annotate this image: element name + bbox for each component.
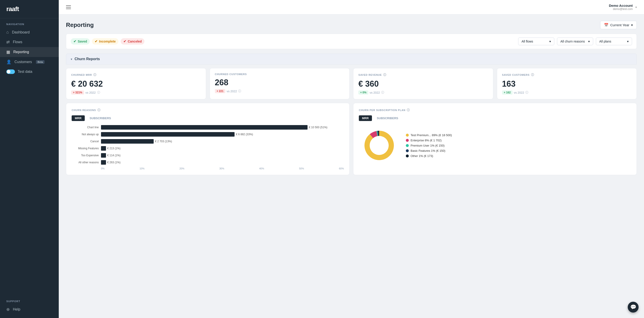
churn-reasons-chart-card: CHURN REASONS ⓘ MRR SUBSCRIBERS Chart li… bbox=[66, 103, 350, 175]
flows-dropdown-chevron: ▾ bbox=[549, 40, 551, 43]
churn-per-plan-tab-subscribers[interactable]: SUBSCRIBERS bbox=[374, 115, 402, 121]
churned-customers-change-badge: + 221 bbox=[215, 89, 225, 93]
account-chevron-icon: ▾ bbox=[636, 6, 637, 9]
chat-icon: 💬 bbox=[630, 304, 636, 310]
bar-chart: Chart line€ 10 500 (51%)Not always up€ 6… bbox=[72, 125, 344, 165]
churn-per-plan-tab-mrr[interactable]: MRR bbox=[359, 115, 372, 121]
churned-customers-vs-text: vs 2022 bbox=[227, 90, 237, 93]
date-filter-label: Current Year bbox=[610, 23, 629, 27]
main-content: Demo Account demo@test.com ▾ Reporting 📅… bbox=[59, 0, 644, 318]
badge-incomplete-check-icon: ✔ bbox=[95, 39, 98, 44]
account-name: Demo Account bbox=[609, 4, 633, 8]
badge-incomplete[interactable]: ✔ Incomplete bbox=[92, 38, 118, 45]
stat-change-saved-revenue: + 0% vs 2022 ⓘ bbox=[358, 91, 488, 95]
bar-row: All other reasons€ 263 (1%) bbox=[72, 160, 344, 165]
donut-container: Test Premium... 89% (€ 18 500)Enterprise… bbox=[359, 125, 631, 166]
flows-dropdown[interactable]: All flows ▾ bbox=[518, 38, 554, 45]
bar-fill bbox=[101, 125, 308, 130]
bar-fill bbox=[101, 153, 106, 158]
churn-per-plan-info-icon[interactable]: ⓘ bbox=[407, 108, 410, 112]
sidebar-item-customers[interactable]: 👤 Customers Beta bbox=[0, 57, 59, 67]
axis-label: 50% bbox=[299, 167, 304, 170]
churn-reasons-tab-subscribers[interactable]: SUBSCRIBERS bbox=[86, 115, 114, 121]
legend-text: Basic Features 1% (€ 150) bbox=[410, 149, 446, 152]
sidebar-item-help[interactable]: ⊕ Help bbox=[0, 304, 59, 314]
stat-change-churned-mrr: + 321% vs 2022 ⓘ bbox=[71, 91, 201, 95]
page-content: Reporting 📅 Current Year ▾ ✔ Saved ✔ Inc… bbox=[59, 15, 644, 318]
test-data-toggle-row: Test data bbox=[0, 67, 59, 77]
badge-saved[interactable]: ✔ Saved bbox=[71, 38, 90, 45]
churned-mrr-vs-info-icon[interactable]: ⓘ bbox=[97, 91, 100, 95]
bar-fill bbox=[101, 139, 154, 144]
sidebar-item-label-reporting: Reporting bbox=[13, 50, 29, 54]
hamburger-line-2 bbox=[66, 7, 71, 8]
date-filter-button[interactable]: 📅 Current Year ▾ bbox=[600, 21, 637, 29]
bar-row: Cancel€ 2 703 (13%) bbox=[72, 139, 344, 144]
bar-value: € 213 (1%) bbox=[107, 147, 121, 150]
churned-mrr-change-badge: + 321% bbox=[71, 91, 84, 95]
sidebar-item-label-customers: Customers bbox=[14, 60, 32, 64]
beta-badge: Beta bbox=[36, 60, 44, 64]
header-left bbox=[66, 6, 71, 9]
axis-label: 60% bbox=[339, 167, 344, 170]
support-section: SUPPORT ⊕ Help bbox=[0, 295, 59, 318]
bar-value: € 114 (1%) bbox=[107, 154, 121, 157]
reporting-icon: ▦ bbox=[6, 50, 10, 55]
account-menu[interactable]: Demo Account demo@test.com ▾ bbox=[609, 4, 637, 11]
test-data-toggle[interactable] bbox=[6, 70, 15, 74]
stat-card-churned-mrr: CHURNED MRR ⓘ € 20 632 + 321% vs 2022 ⓘ bbox=[66, 68, 206, 99]
logo-text: raaft bbox=[6, 6, 52, 13]
bar-label: Missing Features bbox=[72, 147, 101, 150]
sidebar-item-flows[interactable]: ⇄ Flows bbox=[0, 37, 59, 47]
chat-button[interactable]: 💬 bbox=[628, 302, 638, 312]
stat-label-saved-revenue: SAVED REVENUE ⓘ bbox=[358, 73, 488, 77]
churn-reasons-tab-mrr[interactable]: MRR bbox=[72, 115, 85, 121]
hamburger-line-1 bbox=[66, 6, 71, 6]
bar-track: € 114 (1%) bbox=[101, 153, 344, 158]
charts-row: CHURN REASONS ⓘ MRR SUBSCRIBERS Chart li… bbox=[66, 103, 637, 175]
stat-value-saved-revenue: € 360 bbox=[358, 79, 488, 89]
churn-reasons-dropdown[interactable]: All churn reasons ▾ bbox=[557, 38, 593, 45]
saved-customers-info-icon[interactable]: ⓘ bbox=[531, 73, 534, 77]
stat-change-churned-customers: + 221 vs 2022 ⓘ bbox=[215, 89, 344, 93]
legend-dot bbox=[406, 149, 409, 152]
bar-track: € 6 882 (33%) bbox=[101, 132, 344, 137]
bar-label: Too Expensive bbox=[72, 154, 101, 157]
bar-fill bbox=[101, 160, 106, 165]
churn-reasons-tab-row: MRR SUBSCRIBERS bbox=[72, 115, 344, 121]
legend-dot bbox=[406, 154, 409, 157]
saved-revenue-vs-info-icon[interactable]: ⓘ bbox=[381, 91, 384, 95]
bar-axis: 0%10%20%30%40%50%60% bbox=[101, 167, 344, 170]
saved-revenue-info-icon[interactable]: ⓘ bbox=[383, 73, 386, 77]
sidebar-item-label-help: Help bbox=[13, 307, 20, 311]
bar-row: Not always up€ 6 882 (33%) bbox=[72, 132, 344, 137]
badge-saved-label: Saved bbox=[78, 40, 87, 43]
hamburger-menu[interactable] bbox=[66, 6, 71, 9]
sidebar-item-reporting[interactable]: ▦ Reporting bbox=[0, 47, 59, 57]
donut-legend: Test Premium... 89% (€ 18 500)Enterprise… bbox=[406, 133, 452, 158]
churned-mrr-info-icon[interactable]: ⓘ bbox=[93, 73, 96, 77]
bar-fill bbox=[101, 132, 234, 137]
badge-canceled[interactable]: ✔ Canceled bbox=[121, 38, 144, 45]
churned-customers-vs-info-icon[interactable]: ⓘ bbox=[238, 89, 241, 93]
nav-section-label: NAVIGATION bbox=[0, 18, 59, 27]
sidebar-item-label-flows: Flows bbox=[13, 40, 22, 44]
hamburger-line-3 bbox=[66, 9, 71, 9]
filter-badges: ✔ Saved ✔ Incomplete ✔ Canceled bbox=[71, 38, 514, 45]
bar-track: € 263 (1%) bbox=[101, 160, 344, 165]
flows-dropdown-label: All flows bbox=[522, 40, 533, 43]
saved-customers-vs-info-icon[interactable]: ⓘ bbox=[525, 91, 528, 95]
legend-item: Premium User 1% (€ 150) bbox=[406, 144, 452, 147]
churn-reasons-info-icon[interactable]: ⓘ bbox=[98, 108, 100, 112]
stat-value-saved-customers: 163 bbox=[502, 79, 632, 89]
plans-dropdown-chevron: ▾ bbox=[627, 40, 629, 43]
sidebar: raaft NAVIGATION ⌂ Dashboard ⇄ Flows ▦ R… bbox=[0, 0, 59, 318]
plans-dropdown[interactable]: All plans ▾ bbox=[596, 38, 632, 45]
sidebar-item-dashboard[interactable]: ⌂ Dashboard bbox=[0, 27, 59, 37]
churn-reports-section-header[interactable]: ▾ Churn Reports bbox=[66, 54, 637, 65]
bar-value: € 6 882 (33%) bbox=[236, 133, 253, 136]
filter-row: ✔ Saved ✔ Incomplete ✔ Canceled All flow… bbox=[66, 34, 637, 49]
badge-canceled-label: Canceled bbox=[128, 40, 142, 43]
sidebar-item-label-dashboard: Dashboard bbox=[12, 30, 30, 34]
axis-label: 40% bbox=[259, 167, 264, 170]
